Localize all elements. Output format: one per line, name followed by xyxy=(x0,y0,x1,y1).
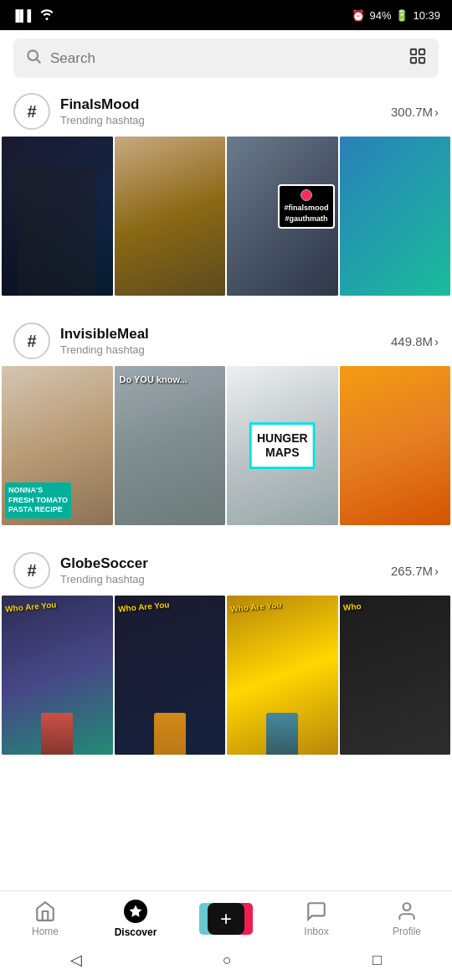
svg-rect-2 xyxy=(411,49,416,54)
trend-header-left: # GlobeSoccer Trending hashtag xyxy=(13,552,148,589)
time-display: 10:39 xyxy=(413,9,440,22)
video-thumb[interactable] xyxy=(340,137,451,296)
video-thumb[interactable]: HUNGERMAPS xyxy=(227,366,338,525)
wifi-icon xyxy=(39,8,54,23)
svg-line-1 xyxy=(37,59,41,64)
trend-count[interactable]: 449.8M› xyxy=(391,334,439,348)
search-icon xyxy=(25,48,42,69)
video-thumb[interactable]: NONNA'SFRESH TOMATOPASTA RECIPE xyxy=(2,366,113,525)
back-icon[interactable]: ◁ xyxy=(70,951,82,969)
svg-rect-4 xyxy=(419,58,424,63)
video-grid-globesoccer: Who Are You Who Are You Who Are You Who xyxy=(0,596,452,755)
hunger-maps-label: HUNGERMAPS xyxy=(249,422,316,469)
trend-info: InvisibleMeal Trending hashtag xyxy=(60,326,149,356)
chevron-icon: › xyxy=(434,564,439,578)
hashtag-icon: # xyxy=(13,322,50,359)
trend-info: GlobeSoccer Trending hashtag xyxy=(60,555,148,585)
svg-point-7 xyxy=(403,903,411,910)
trend-header-left: # FinalsMood Trending hashtag xyxy=(13,93,145,130)
recents-icon[interactable]: □ xyxy=(372,952,382,969)
signal-icon: ▐▌▌ xyxy=(12,9,35,22)
trend-subtitle: Trending hashtag xyxy=(60,343,149,356)
status-left: ▐▌▌ xyxy=(12,8,54,23)
video-thumb[interactable]: #finalsmood #gauthmath xyxy=(227,137,338,296)
battery-icon: 🔋 xyxy=(395,9,408,22)
plus-icon: + xyxy=(220,909,232,929)
trend-section-finalsmood: # FinalsMood Trending hashtag 300.7M› xyxy=(0,86,452,296)
svg-rect-3 xyxy=(419,49,424,54)
trend-header-globesoccer[interactable]: # GlobeSoccer Trending hashtag 265.7M› xyxy=(0,545,452,596)
trend-header-finalsmood[interactable]: # FinalsMood Trending hashtag 300.7M› xyxy=(0,86,452,137)
trend-count[interactable]: 265.7M› xyxy=(391,564,439,578)
who-are-you-label: Who xyxy=(342,601,362,612)
expand-icon[interactable] xyxy=(408,47,427,70)
profile-label: Profile xyxy=(393,926,421,937)
svg-marker-6 xyxy=(130,905,142,917)
alarm-icon: ⏰ xyxy=(352,9,365,22)
discover-icon xyxy=(124,900,147,923)
inbox-icon xyxy=(306,900,327,922)
plus-inner: + xyxy=(208,903,244,935)
nav-item-create[interactable]: + xyxy=(197,903,255,935)
video-thumb[interactable] xyxy=(115,137,226,296)
chevron-icon: › xyxy=(434,105,439,119)
trend-name: InvisibleMeal xyxy=(60,326,149,343)
do-you-know-label: Do YOU know... xyxy=(120,374,187,384)
hashtag-icon: # xyxy=(13,93,50,130)
trend-count[interactable]: 300.7M› xyxy=(391,105,439,119)
search-bar[interactable] xyxy=(13,39,439,78)
hashtag-icon: # xyxy=(13,552,50,589)
status-bar: ▐▌▌ ⏰ 94% 🔋 10:39 xyxy=(0,0,452,30)
nonna-label: NONNA'SFRESH TOMATOPASTA RECIPE xyxy=(5,482,71,518)
nav-item-home[interactable]: Home xyxy=(16,900,74,937)
trend-info: FinalsMood Trending hashtag xyxy=(60,96,145,126)
battery-percent: 94% xyxy=(369,9,391,22)
trend-subtitle: Trending hashtag xyxy=(60,573,148,585)
home-nav-icon[interactable]: ○ xyxy=(223,952,232,969)
profile-icon xyxy=(396,900,418,922)
search-input[interactable] xyxy=(50,50,400,67)
video-thumb[interactable]: Who xyxy=(340,596,451,755)
inbox-label: Inbox xyxy=(304,926,328,937)
video-grid-invisiblemeal: NONNA'SFRESH TOMATOPASTA RECIPE Do YOU k… xyxy=(0,366,452,525)
video-thumb[interactable] xyxy=(340,366,451,525)
video-grid-finalsmood: #finalsmood #gauthmath xyxy=(0,137,452,296)
create-button[interactable]: + xyxy=(203,903,249,935)
trend-section-globesoccer: # GlobeSoccer Trending hashtag 265.7M› W… xyxy=(0,545,452,755)
video-thumb[interactable] xyxy=(2,137,113,296)
svg-rect-5 xyxy=(411,58,416,63)
home-icon xyxy=(34,900,56,922)
trend-section-invisiblemeal: # InvisibleMeal Trending hashtag 449.8M›… xyxy=(0,316,452,525)
nav-item-discover[interactable]: Discover xyxy=(106,900,165,938)
video-thumb[interactable]: Who Are You xyxy=(115,596,226,755)
chevron-icon: › xyxy=(434,334,439,348)
trend-header-left: # InvisibleMeal Trending hashtag xyxy=(13,322,149,359)
video-thumb[interactable]: Who Are You xyxy=(2,596,113,755)
video-thumb[interactable]: Do YOU know... xyxy=(115,366,226,525)
status-right: ⏰ 94% 🔋 10:39 xyxy=(352,9,440,22)
nav-item-profile[interactable]: Profile xyxy=(378,900,436,937)
nav-item-inbox[interactable]: Inbox xyxy=(287,900,346,937)
trend-header-invisiblemeal[interactable]: # InvisibleMeal Trending hashtag 449.8M› xyxy=(0,316,452,366)
trend-name: GlobeSoccer xyxy=(60,555,148,572)
trend-subtitle: Trending hashtag xyxy=(60,114,145,126)
main-content: # FinalsMood Trending hashtag 300.7M› xyxy=(0,86,452,909)
trend-name: FinalsMood xyxy=(60,96,145,113)
discover-label: Discover xyxy=(115,926,157,938)
home-label: Home xyxy=(32,926,59,937)
video-thumb[interactable]: Who Are You xyxy=(227,596,338,755)
svg-point-0 xyxy=(28,50,38,60)
bottom-nav: Home Discover + Inbox Profile xyxy=(0,890,452,943)
